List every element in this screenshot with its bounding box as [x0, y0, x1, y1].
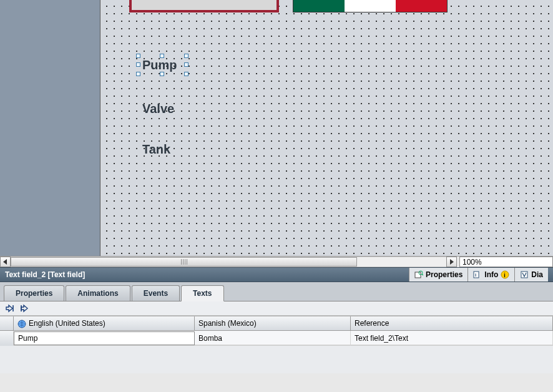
resize-handle-bl[interactable]	[136, 72, 140, 76]
resize-handle-bm[interactable]	[160, 72, 164, 76]
scroll-left-button[interactable]	[0, 257, 11, 267]
resize-handle-br[interactable]	[184, 72, 188, 76]
cell-lang2[interactable]: Bomba	[195, 331, 351, 346]
column-header-text: Spanish (Mexico)	[198, 316, 257, 330]
texts-grid-header: English (United States) Spanish (Mexico)…	[0, 316, 553, 331]
inspector-tab-properties[interactable]: Properties	[409, 268, 468, 282]
scrollbar-thumb[interactable]	[11, 257, 357, 267]
svg-marker-12	[21, 305, 27, 311]
selected-object-title: Text field_2 [Text field]	[5, 268, 85, 282]
warning-badge-icon: i	[501, 270, 509, 279]
subtab-texts[interactable]: Texts	[181, 285, 223, 301]
diagnostics-icon	[520, 270, 529, 279]
cell-value: Text field_2\Text	[355, 331, 408, 345]
svg-marker-1	[450, 259, 454, 265]
svg-text:i: i	[475, 272, 476, 278]
zoom-input[interactable]	[459, 257, 553, 267]
property-subtabs: Properties Animations Events Texts	[0, 282, 553, 301]
svg-line-4	[422, 274, 423, 275]
scroll-right-button[interactable]	[446, 257, 457, 267]
texts-toolstrip	[0, 301, 553, 316]
properties-icon	[414, 270, 423, 279]
texts-grid: English (United States) Spanish (Mexico)…	[0, 316, 553, 373]
chevron-left-icon	[3, 259, 7, 265]
cell-value: Pump	[18, 331, 37, 345]
inspector-tab-diagnostics[interactable]: Dia	[515, 268, 548, 282]
cell-value: Bomba	[198, 331, 222, 345]
globe-icon	[17, 319, 26, 328]
svg-marker-0	[3, 259, 7, 265]
resize-handle-mr[interactable]	[184, 62, 188, 67]
svg-text:i: i	[504, 272, 506, 278]
flag-stripe-white	[345, 0, 396, 12]
inspector-tab-label: Dia	[531, 268, 543, 282]
svg-marker-10	[6, 305, 12, 311]
info-icon: i	[473, 270, 482, 279]
column-header-text: English (United States)	[29, 316, 105, 330]
cell-reference: Text field_2\Text	[351, 331, 553, 346]
text-object-tank[interactable]: Tank	[140, 142, 172, 157]
resize-handle-ml[interactable]	[136, 62, 140, 67]
grid-empty-area	[0, 345, 553, 373]
column-header-text: Reference	[355, 316, 389, 330]
resize-handle-tm[interactable]	[160, 54, 164, 58]
inspector-view-tabs: Properties i Info i Dia	[409, 268, 548, 282]
scrollbar-track[interactable]	[11, 257, 446, 267]
flag-stripe-red	[396, 0, 447, 12]
scrollbar-grip-icon	[181, 259, 187, 265]
flag-stripe-green	[293, 0, 345, 12]
column-header-lang2[interactable]: Spanish (Mexico)	[195, 316, 351, 330]
import-texts-button[interactable]	[19, 302, 31, 315]
screen-editor: Pump Valve Tank	[0, 0, 553, 267]
export-arrow-icon	[5, 304, 15, 313]
resize-handle-tr[interactable]	[184, 54, 188, 58]
selection-rect	[139, 56, 186, 74]
text-object-valve[interactable]: Valve	[140, 101, 176, 117]
column-header-lang1[interactable]: English (United States)	[14, 316, 195, 330]
cell-lang1[interactable]: Pump	[14, 331, 195, 345]
flag-image-1[interactable]	[129, 0, 279, 12]
import-arrow-icon	[20, 304, 30, 313]
resize-handle-tl[interactable]	[136, 54, 140, 58]
svg-rect-2	[415, 272, 421, 278]
row-selector-header	[0, 316, 14, 330]
export-texts-button[interactable]	[4, 302, 16, 315]
flag-image-mexico[interactable]	[293, 0, 448, 12]
column-header-reference[interactable]: Reference	[351, 316, 553, 330]
chevron-right-icon	[449, 259, 454, 265]
inspector-title-bar: Text field_2 [Text field] Properties i I…	[0, 267, 553, 282]
table-row[interactable]: Pump Bomba Text field_2\Text	[0, 331, 553, 345]
subtab-events[interactable]: Events	[132, 285, 180, 301]
inspector-tab-info[interactable]: i Info i	[468, 268, 515, 282]
horizontal-scrollbar-row	[0, 256, 553, 267]
inspector-tab-label: Info	[484, 268, 498, 282]
row-selector[interactable]	[0, 331, 14, 346]
subtab-animations[interactable]: Animations	[66, 285, 130, 301]
editor-canvas[interactable]: Pump Valve Tank	[100, 0, 553, 257]
subtab-properties[interactable]: Properties	[4, 285, 64, 301]
inspector-tab-label: Properties	[426, 268, 462, 282]
